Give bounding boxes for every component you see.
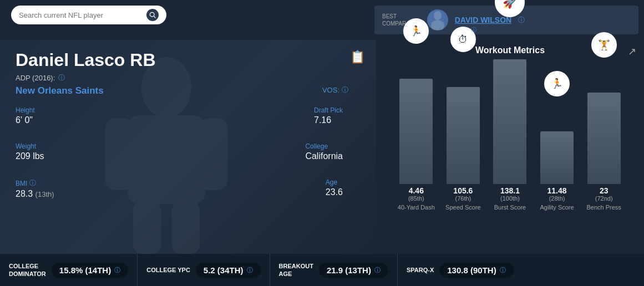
team-name: New Orleans Saints (16, 85, 104, 96)
comparable-info-icon[interactable]: ⓘ (518, 16, 525, 25)
chart-area: 🏃4.46(85th)40-Yard Dash⏱ⓘ105.6(76th)Spee… (387, 61, 633, 211)
svg-rect-5 (128, 115, 205, 204)
height-value: 6' 0" (16, 115, 35, 125)
left-panel: Daniel Lasco RB 📋 ADP (2016): ⓘ New Orle… (0, 40, 376, 254)
bar-col-bench_press: 🏋23(72nd)Bench Press (582, 63, 626, 211)
adp-info-icon[interactable]: ⓘ (58, 73, 65, 83)
bottom-stat-breakout_age: BREAKOUTAGE21.9 (13TH)ⓘ (270, 254, 398, 286)
weight-value: 209 lbs (16, 151, 44, 161)
metric-label-burst_score: Burst Score (488, 204, 532, 211)
age-label: Age (326, 178, 343, 186)
metric-icon-speed_score: ⏱ⓘ (450, 27, 476, 52)
bottom-stat-value-college_ypc: 5.2 (34TH) (204, 265, 244, 275)
metric-percentile-bench_press: (72nd) (595, 195, 613, 202)
height-label: Height (16, 106, 35, 114)
bar-col-agility_score: 🏃11.48(28th)Agility Score (535, 101, 579, 211)
college-label: College (305, 142, 343, 150)
bar-col-forty_yard: 🏃4.46(85th)40-Yard Dash (394, 49, 438, 211)
metric-value-speed_score: 105.6 (453, 186, 473, 195)
bottom-stat-info-college_ypc[interactable]: ⓘ (247, 266, 253, 274)
height-block: Height 6' 0" (16, 106, 35, 125)
bottom-stat-value-breakout_age: 21.9 (13TH) (327, 265, 371, 275)
metric-label-speed_score: Speed Score (441, 204, 485, 211)
bmi-value: 28.3 (13th) (16, 189, 54, 199)
metric-icon-agility_score: 🏃 (544, 71, 570, 96)
adp-row: ADP (2016): ⓘ (16, 73, 65, 83)
bar-burst_score (493, 59, 526, 184)
metric-label-agility_score: Agility Score (535, 204, 579, 211)
college-block: College California (305, 142, 343, 161)
share-icon[interactable]: ↗ (628, 45, 636, 58)
svg-line-1 (154, 16, 155, 18)
bar-col-speed_score: ⏱ⓘ105.6(76th)Speed Score (441, 57, 485, 211)
metric-label-forty_yard: 40-Yard Dash (394, 204, 438, 211)
metric-percentile-burst_score: (100th) (500, 195, 520, 202)
right-panel: Workout Metrics ↗ 🏃4.46(85th)40-Yard Das… (376, 40, 644, 254)
bar-forty_yard (399, 79, 433, 184)
metric-icon-bench_press: 🏋 (591, 32, 617, 58)
svg-point-2 (434, 11, 442, 20)
bottom-bar: COLLEGEDOMINATOR15.8% (14TH)ⓘCOLLEGE YPC… (0, 254, 644, 286)
metric-label-bench_press: Bench Press (582, 204, 626, 211)
bar-col-burst_score: 🚀ⓘ138.1(100th)Burst Score (488, 25, 532, 211)
metric-value-bench_press: 23 (600, 186, 608, 195)
player-name: Daniel Lasco RB (16, 50, 156, 70)
bottom-stat-college_ypc: COLLEGE YPC5.2 (34TH)ⓘ (138, 254, 270, 286)
bottom-stat-title-college_dominator: COLLEGEDOMINATOR (9, 262, 46, 278)
metric-percentile-forty_yard: (85th) (408, 195, 424, 202)
bmi-block: BMI ⓘ 28.3 (13th) (16, 178, 54, 199)
bottom-stat-value-sparq: 130.8 (90TH) (447, 265, 496, 275)
comparable-player-name[interactable]: DAVID WILSON (455, 16, 511, 24)
svg-rect-9 (172, 201, 200, 254)
bar-speed_score (447, 87, 480, 184)
adp-label: ADP (2016): (16, 74, 55, 82)
svg-rect-6 (105, 118, 133, 190)
draft-pick-block: Draft Pick 7.16 (314, 106, 343, 125)
bottom-stat-info-sparq[interactable]: ⓘ (500, 266, 506, 274)
metric-value-burst_score: 138.1 (500, 186, 520, 195)
draft-pick-label: Draft Pick (314, 106, 343, 114)
bottom-stat-info-breakout_age[interactable]: ⓘ (374, 266, 381, 274)
metric-info-speed_score[interactable]: ⓘ (471, 26, 476, 34)
search-icon[interactable] (146, 9, 159, 21)
bmi-label: BMI ⓘ (16, 178, 54, 188)
bmi-info-icon[interactable]: ⓘ (29, 178, 36, 188)
metric-percentile-agility_score: (28th) (549, 195, 565, 202)
bottom-stat-college_dominator: COLLEGEDOMINATOR15.8% (14TH)ⓘ (0, 254, 138, 286)
metric-percentile-speed_score: (76th) (455, 195, 471, 202)
metric-value-agility_score: 11.48 (547, 186, 567, 195)
bar-bench_press (587, 93, 621, 184)
vos-label: VOS: ⓘ (322, 85, 348, 95)
vos-info-icon[interactable]: ⓘ (342, 85, 348, 95)
bottom-stat-sparq: SPARQ-x130.8 (90TH)ⓘ (398, 254, 523, 286)
search-input[interactable] (19, 11, 142, 19)
bottom-stat-value-college_dominator: 15.8% (14TH) (59, 265, 111, 275)
age-block: Age 23.6 (326, 178, 343, 197)
bottom-stat-title-college_ypc: COLLEGE YPC (146, 266, 190, 274)
metric-icon-forty_yard: 🏃 (403, 18, 429, 44)
age-value: 23.6 (326, 187, 343, 197)
player-silhouette (78, 54, 255, 254)
college-value: California (305, 151, 343, 161)
bottom-stat-info-college_dominator[interactable]: ⓘ (114, 266, 120, 274)
search-bar (11, 6, 166, 24)
vos-text: VOS: (322, 86, 339, 94)
svg-point-3 (431, 20, 444, 30)
comparable-avatar (427, 9, 448, 30)
draft-pick-value: 7.16 (314, 115, 343, 125)
bar-agility_score (540, 131, 574, 184)
weight-block: Weight 209 lbs (16, 142, 44, 161)
weight-label: Weight (16, 142, 44, 150)
svg-rect-7 (200, 118, 227, 190)
metric-value-forty_yard: 4.46 (409, 186, 424, 195)
bottom-stat-title-sparq: SPARQ-x (407, 266, 434, 274)
notepad-icon[interactable]: 📋 (350, 50, 365, 64)
bottom-stat-title-breakout_age: BREAKOUTAGE (279, 262, 313, 278)
svg-rect-8 (133, 201, 161, 254)
